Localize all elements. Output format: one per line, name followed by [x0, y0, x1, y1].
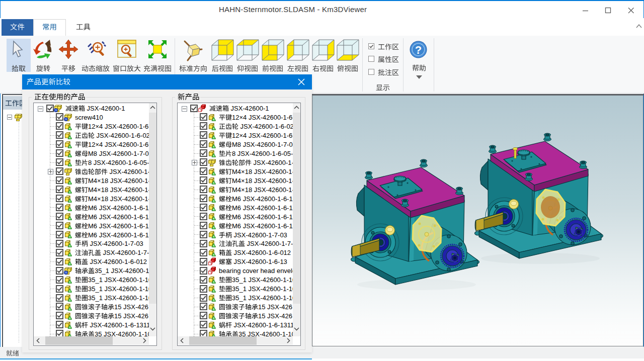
- svg-text:35 JSX-42600-1-10: 35 JSX-42600-1-10: [238, 330, 293, 336]
- svg-text:12×4 JSX-42600-1-6-08: 12×4 JSX-42600-1-6-08: [88, 123, 149, 130]
- svg-text:M4×18 JSX-42600-1-6: M4×18 JSX-42600-1-6: [88, 186, 149, 194]
- svg-text:35_1 JSX-42600-1-6: 35_1 JSX-42600-1-6: [95, 267, 149, 275]
- svg-text:JSX-42600-1-7-03: JSX-42600-1-7-03: [88, 240, 143, 248]
- svg-text:bearing cover head envelope: bearing cover head envelope: [219, 267, 293, 275]
- svg-text:JSX-42600-1: JSX-42600-1: [85, 105, 125, 112]
- svg-text:12×4 JSX-42600-1-6-08: 12×4 JSX-42600-1-6-08: [88, 141, 149, 148]
- svg-text:12×4 JSX-42600-1-6-08: 12×4 JSX-42600-1-6-08: [232, 114, 293, 121]
- svg-text:15 JSX-426: 15 JSX-426: [258, 303, 292, 311]
- svg-text:M8 JSX-42600-1-7-05-2: M8 JSX-42600-1-7-05-2: [232, 141, 293, 148]
- svg-text:JSX-42600-1-7-0: JSX-42600-1-7-0: [245, 240, 293, 248]
- svg-text:35_1 JSX-42600-1-105: 35_1 JSX-42600-1-105: [232, 277, 293, 284]
- svg-text:M8 JSX-42600-1-7-05-2: M8 JSX-42600-1-7-05-2: [88, 150, 149, 157]
- svg-text:12×4 JSX-42600-1-6-08: 12×4 JSX-42600-1-6-08: [232, 132, 293, 139]
- svg-text:JSX-42600-1-6: JSX-42600-1-6: [252, 159, 293, 166]
- svg-text:JSX-42600-1-6-012: JSX-42600-1-6-012: [88, 258, 147, 266]
- svg-text:M6 JSX-42600-1-6-10: M6 JSX-42600-1-6-10: [88, 222, 149, 230]
- svg-text:JSX-42600-1-7-0: JSX-42600-1-7-0: [101, 249, 149, 257]
- svg-text:M4×18 JSX-42600-1-6: M4×18 JSX-42600-1-6: [88, 195, 149, 203]
- svg-text:M4×18 JSX-42600-1-6: M4×18 JSX-42600-1-6: [88, 177, 149, 185]
- svg-text:M4×18 JSX-42600-1-6: M4×18 JSX-42600-1-6: [232, 177, 293, 185]
- svg-text:35_1 JSX-42600-1-105: 35_1 JSX-42600-1-105: [88, 277, 149, 284]
- svg-text:JSX-42600-1-6-13: JSX-42600-1-6-13: [232, 258, 289, 266]
- svg-text:JSX-42600-1-6-1311: JSX-42600-1-6-1311: [88, 321, 149, 329]
- svg-text:35_1 JSX-42600-1-105: 35_1 JSX-42600-1-105: [232, 294, 293, 302]
- svg-text:35_1 JSX-42600-1-105: 35_1 JSX-42600-1-105: [232, 285, 293, 293]
- svg-text:M6 JSX-42600-1-6-10: M6 JSX-42600-1-6-10: [232, 222, 293, 230]
- svg-text:M6 JSX-42600-1-6-10: M6 JSX-42600-1-6-10: [88, 204, 149, 212]
- svg-text:JSX-42600-1-6-012: JSX-42600-1-6-012: [232, 249, 291, 257]
- svg-text:JSX-42600-1-7-03: JSX-42600-1-7-03: [232, 231, 287, 239]
- svg-text:M6 JSX-42600-1-6-10: M6 JSX-42600-1-6-10: [232, 195, 293, 203]
- svg-text:8 JSX-42600-1-6-05-1: 8 JSX-42600-1-6-05-1: [88, 159, 149, 166]
- svg-text:JSX-42600-1-6-02-1: JSX-42600-1-6-02-1: [238, 123, 293, 130]
- svg-text:M6 JSX-42600-1-6-10: M6 JSX-42600-1-6-10: [88, 231, 149, 239]
- svg-text:JSX-42600-1: JSX-42600-1: [229, 105, 269, 112]
- svg-text:M4×18 JSX-42600-1-6: M4×18 JSX-42600-1-6: [232, 186, 293, 194]
- svg-text:JSX-42600-1-6-02-1: JSX-42600-1-6-02-1: [95, 132, 149, 139]
- svg-text:M4×18 JSX-42600-1-6: M4×18 JSX-42600-1-6: [232, 168, 293, 175]
- svg-text:15 JSX-426: 15 JSX-426: [258, 312, 292, 320]
- svg-text:JSX-42600-1-6: JSX-42600-1-6: [108, 168, 149, 175]
- svg-text:screw410: screw410: [75, 114, 103, 121]
- svg-text:15 JSX-426: 15 JSX-426: [114, 303, 148, 311]
- svg-text:M6 JSX-42600-1-6-10: M6 JSX-42600-1-6-10: [232, 213, 293, 221]
- svg-text:JSX-42600-1-6-1311: JSX-42600-1-6-1311: [232, 321, 293, 329]
- svg-text:8 JSX-42600-1-6-05-1: 8 JSX-42600-1-6-05-1: [232, 150, 293, 157]
- svg-text:35_1 JSX-42600-1-105: 35_1 JSX-42600-1-105: [88, 294, 149, 302]
- svg-text:35 JSX-42600-1-10: 35 JSX-42600-1-10: [95, 330, 149, 336]
- svg-text:M6 JSX-42600-1-6-10: M6 JSX-42600-1-6-10: [232, 204, 293, 212]
- svg-text:35_1 JSX-42600-1-105: 35_1 JSX-42600-1-105: [88, 285, 149, 293]
- svg-text:M6 JSX-42600-1-6-10: M6 JSX-42600-1-6-10: [88, 213, 149, 221]
- svg-text:?: ?: [415, 44, 422, 56]
- svg-text:15 JSX-426: 15 JSX-426: [114, 312, 148, 320]
